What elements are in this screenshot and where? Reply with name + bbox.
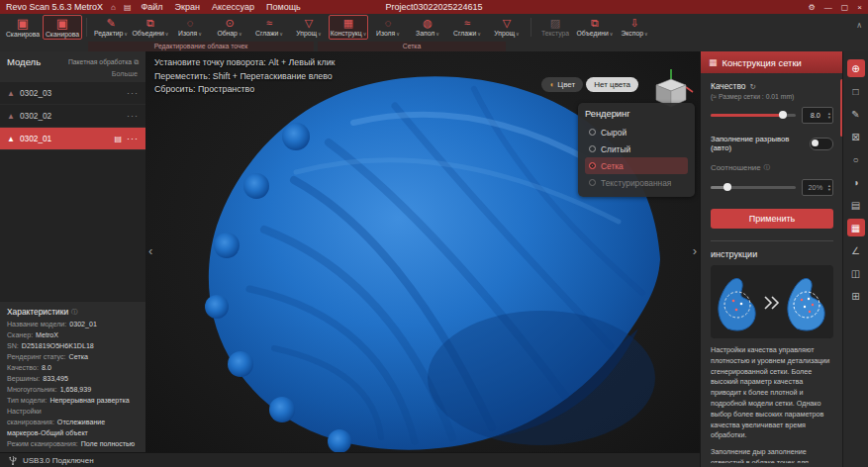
menu-file[interactable]: Файл xyxy=(139,2,164,12)
caret-down-icon: ∨ xyxy=(165,31,169,37)
model-menu-icon[interactable]: ··· xyxy=(127,111,139,121)
model-panel-header: Модель Пакетная обработка ⧉ xyxy=(0,51,145,69)
toolbar-smooth-button[interactable]: ≈ Сглажи∨ xyxy=(249,15,289,40)
overlap-icon: ⊙ xyxy=(225,18,234,29)
slider-thumb[interactable] xyxy=(723,183,731,191)
model-menu-icon[interactable]: ··· xyxy=(127,134,139,143)
quality-value-box[interactable]: 8.0 ▴ ▾ xyxy=(802,107,833,124)
toolbar-mesh-isolate-button[interactable]: ◌ Изоля∨ xyxy=(368,15,408,40)
clip-tool-icon[interactable]: ◫ xyxy=(847,264,865,282)
toolbar-label: Сканирова xyxy=(6,31,40,38)
color-mode-toggle: ◐ Цвет Нет цвета xyxy=(541,77,638,92)
toolbar-mesh-simplify-button[interactable]: ▽ Упрощ∨ xyxy=(487,15,527,40)
characteristic-row: Многоугольник:1,658,939 xyxy=(7,385,139,396)
toolbar-label: Сглажи xyxy=(255,30,278,37)
model-row[interactable]: ▲ 0302_03 ··· xyxy=(0,82,145,105)
instructions-section: инструкции xyxy=(701,241,843,467)
rect-select-icon[interactable]: □ xyxy=(847,82,865,100)
render-badge-icon[interactable]: ▤ xyxy=(114,135,122,143)
isolate-icon: ◌ xyxy=(187,18,194,29)
layout-icon[interactable]: ▤ xyxy=(124,3,132,12)
ratio-slider[interactable] xyxy=(711,186,796,189)
scan-button-1[interactable]: ▣ Сканирова xyxy=(3,15,43,40)
point-cloud-group-caption: Редактирование облака точек xyxy=(88,42,314,51)
menu-accessory[interactable]: Аксессуар xyxy=(210,2,256,12)
more-tools-icon[interactable]: ⊞ xyxy=(847,287,865,305)
toolbar-merge2-button[interactable]: ⧉ Объедини∨ xyxy=(575,15,615,40)
scan-button-2[interactable]: ▣ Сканирова xyxy=(43,15,82,40)
slider-thumb[interactable] xyxy=(779,111,787,119)
apply-button[interactable]: Применить xyxy=(711,209,833,229)
quality-slider[interactable] xyxy=(711,114,796,117)
no-color-button[interactable]: Нет цвета xyxy=(586,77,638,92)
more-link[interactable]: Больше xyxy=(0,69,145,82)
toolbar-simplify-button[interactable]: ▽ Упрощ∨ xyxy=(289,15,329,40)
mesh-panel-header: ▦ Конструкция сетки xyxy=(701,51,843,73)
toolbar-mesh-construct-button[interactable]: ▦ Конструкц∨ xyxy=(329,15,368,40)
isolate-icon: ◌ xyxy=(385,18,392,29)
ratio-label: Соотношение xyxy=(711,163,761,172)
model-menu-icon[interactable]: ··· xyxy=(127,88,139,98)
toolbar-export-button[interactable]: ⇩ Экспор∨ xyxy=(615,15,654,40)
home-icon[interactable]: ⌂ xyxy=(111,3,116,12)
batch-icon: ⧉ xyxy=(134,58,139,66)
toolbar-edit-button[interactable]: ✎ Редактир∨ xyxy=(91,15,131,40)
caret-down-icon: ∨ xyxy=(644,31,648,37)
caret-down-icon: ∨ xyxy=(124,31,128,37)
shading-mode-icon[interactable]: ◑ xyxy=(847,173,865,191)
render-option-fused[interactable]: Слитый xyxy=(585,140,688,157)
quality-stepper[interactable]: ▴ ▾ xyxy=(828,112,832,120)
delete-select-icon[interactable]: ⊠ xyxy=(847,128,865,145)
gap-fill-toggle[interactable] xyxy=(810,138,833,150)
viewport-3d[interactable]: Установите точку поворота: Alt + Левый к… xyxy=(145,51,700,452)
color-button[interactable]: ◐ Цвет xyxy=(541,77,583,92)
collapse-left-icon[interactable]: ‹ xyxy=(148,243,152,258)
render-option-raw[interactable]: Сырой xyxy=(585,124,688,140)
characteristic-row: SN:D251819O5H6K1DL18 xyxy=(7,341,139,352)
mesh-edit-tool-icon[interactable]: ▦ xyxy=(847,219,865,236)
toolbar-overlap-button[interactable]: ⊙ Обнар∨ xyxy=(210,15,249,40)
grid-view-icon[interactable]: ▤ xyxy=(847,196,865,214)
collapse-right-icon[interactable]: › xyxy=(693,243,697,258)
reset-icon[interactable]: ↻ xyxy=(749,82,755,91)
step-down-icon[interactable]: ▾ xyxy=(828,116,830,120)
texture-icon: ▨ xyxy=(550,18,560,29)
characteristic-row: Вершины:833,495 xyxy=(7,374,139,385)
maximize-icon[interactable]: ▢ xyxy=(841,3,849,12)
measure-tool-icon[interactable]: ∠ xyxy=(847,241,865,259)
ratio-stepper[interactable]: ▴ ▾ xyxy=(828,184,832,192)
toolbar-merge-button[interactable]: ⧉ Объедини∨ xyxy=(131,15,170,40)
render-panel-title: Рендеринг xyxy=(585,109,688,119)
model-row-selected[interactable]: ▲ 0302_01 ▤ ··· xyxy=(0,128,145,150)
quality-label: Качество xyxy=(711,81,745,91)
instructions-paragraph: Заполнение дыр заполнение отверстий в об… xyxy=(711,447,833,463)
connection-status: USB3.0 Подключен xyxy=(23,456,94,465)
render-option-textured[interactable]: Текстурированная xyxy=(585,174,688,191)
caret-down-icon: ∨ xyxy=(318,31,322,37)
render-option-label: Сетка xyxy=(601,161,624,171)
batch-process-button[interactable]: Пакетная обработка ⧉ xyxy=(68,58,139,66)
model-row[interactable]: ▲ 0302_02 ··· xyxy=(0,105,145,128)
transform-tool-icon[interactable]: ⊕ xyxy=(847,59,865,77)
toolbar-label: Упрощ xyxy=(494,30,515,37)
close-icon[interactable]: × xyxy=(857,3,862,12)
pen-select-icon[interactable]: ✎ xyxy=(847,105,865,123)
menu-screen[interactable]: Экран xyxy=(173,2,202,12)
toolbar-fill-holes-button[interactable]: ◍ Запол∨ xyxy=(408,15,447,40)
mesh-icon: ▦ xyxy=(343,18,353,29)
toolbar-isolate-button[interactable]: ◌ Изоля∨ xyxy=(170,15,210,40)
characteristic-row: Тип модели:Непрерывная развертка xyxy=(7,396,139,407)
minimize-icon[interactable]: — xyxy=(824,3,832,12)
sphere-view-icon[interactable]: ○ xyxy=(847,150,865,168)
toolbar-collapse-icon[interactable]: ∧ xyxy=(856,21,862,30)
caret-down-icon: ∨ xyxy=(516,31,520,37)
mesh-quality-illustration xyxy=(714,271,830,332)
ratio-value-box[interactable]: 20% ▴ ▾ xyxy=(802,179,833,196)
toolbar-mesh-smooth-button[interactable]: ≈ Сглажи∨ xyxy=(447,15,487,40)
render-option-mesh[interactable]: Сетка xyxy=(585,157,688,174)
menu-help[interactable]: Помощь xyxy=(264,2,303,12)
panel-title: Модель xyxy=(7,56,41,67)
settings-icon[interactable]: ⚙ xyxy=(809,3,816,12)
step-down-icon[interactable]: ▾ xyxy=(828,188,830,192)
toolbar-texture-button[interactable]: ▨ Текстура xyxy=(535,15,575,40)
